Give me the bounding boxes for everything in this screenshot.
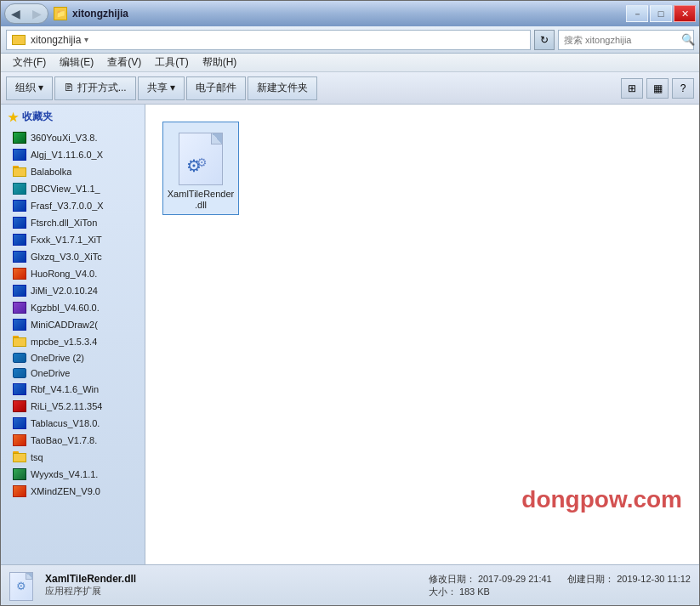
email-label: 电子邮件 xyxy=(196,81,236,95)
new-folder-label: 新建文件夹 xyxy=(257,81,308,95)
menu-help[interactable]: 帮助(H) xyxy=(196,54,244,71)
email-button[interactable]: 电子邮件 xyxy=(186,76,246,100)
nav-back-forward[interactable]: ◀ ▶ xyxy=(4,3,48,24)
share-button[interactable]: 共享 ▾ xyxy=(138,76,185,100)
sidebar-item-label: OneDrive xyxy=(31,368,70,378)
sidebar-item-label: Fxxk_V1.7.1_XiT xyxy=(31,235,102,245)
status-details: 修改日期： 2017-09-29 21:41 创建日期： 2019-12-30 … xyxy=(429,573,691,598)
open-mode-button[interactable]: 🖹 打开方式... xyxy=(54,76,135,100)
view-list-button[interactable]: ▦ xyxy=(646,78,669,99)
menu-bar: 文件(F) 编辑(E) 查看(V) 工具(T) 帮助(H) xyxy=(1,54,699,72)
sidebar-item-algj[interactable]: Algj_V1.11.6.0_X xyxy=(1,146,145,163)
folder-icon-title: 📁 xyxy=(54,7,67,20)
sidebar-item-wyyxds[interactable]: Wyyxds_V4.1.1. xyxy=(1,466,145,483)
sidebar-item-label: JiMi_V2.0.10.24 xyxy=(31,286,98,296)
icon-jimi xyxy=(13,285,26,297)
menu-tools[interactable]: 工具(T) xyxy=(148,54,195,71)
organize-button[interactable]: 组织 ▾ xyxy=(6,76,53,100)
sidebar-item-frasf[interactable]: Frasf_V3.7.0.0_X xyxy=(1,197,145,214)
view-icon-button[interactable]: ⊞ xyxy=(621,78,643,99)
sidebar-item-rili[interactable]: RiLi_V5.2.11.354 xyxy=(1,398,145,415)
breadcrumb-folder-icon xyxy=(12,35,26,45)
view-icon: ⊞ xyxy=(628,82,636,94)
sidebar-item-onedrive[interactable]: OneDrive xyxy=(1,365,145,381)
sidebar-item-glxzq[interactable]: Glxzq_V3.0_XiTc xyxy=(1,248,145,265)
sidebar-item-label: Tablacus_V18.0. xyxy=(31,418,100,428)
status-filename: XamlTileRender.dll xyxy=(45,573,420,585)
minimize-button[interactable]: － xyxy=(626,5,648,22)
share-label: 共享 ▾ xyxy=(147,81,175,95)
title-bar-left: ◀ ▶ 📁 xitongzhijia xyxy=(4,3,128,24)
status-bar: ⚙ XamlTileRender.dll 应用程序扩展 修改日期： 2017-0… xyxy=(1,564,699,605)
sidebar-item-label: Kgzbbl_V4.60.0. xyxy=(31,303,100,313)
folder-icon-tsq xyxy=(13,451,26,463)
menu-edit[interactable]: 编辑(E) xyxy=(53,54,100,71)
refresh-icon: ↻ xyxy=(540,34,549,46)
search-input[interactable] xyxy=(564,35,681,45)
sidebar-item-jimi[interactable]: JiMi_V2.0.10.24 xyxy=(1,282,145,299)
sidebar-item-xmindzen[interactable]: XMindZEN_V9.0 xyxy=(1,483,145,500)
sidebar-item-taobao[interactable]: TaoBao_V1.7.8. xyxy=(1,432,145,449)
sidebar-item-onedrive2[interactable]: OneDrive (2) xyxy=(1,350,145,365)
sidebar-item-label: RiLi_V5.2.11.354 xyxy=(31,401,102,411)
sidebar-item-rbf[interactable]: Rbf_V4.1.6_Win xyxy=(1,381,145,398)
sidebar-item-tsq[interactable]: tsq xyxy=(1,449,145,466)
sidebar-section-label: 收藏夹 xyxy=(22,110,53,124)
sidebar-item-fxxk[interactable]: Fxxk_V1.7.1_XiT xyxy=(1,231,145,248)
toolbar-right: ⊞ ▦ ? xyxy=(621,78,694,99)
sidebar-item-label: HuoRong_V4.0. xyxy=(31,269,97,279)
sidebar-item-label: Rbf_V4.1.6_Win xyxy=(31,384,99,394)
sidebar-item-label: mpcbe_v1.5.3.4 xyxy=(31,337,97,347)
status-file-icon: ⚙ xyxy=(9,572,37,599)
status-gear-icon: ⚙ xyxy=(16,580,26,592)
star-icon: ★ xyxy=(8,110,19,124)
icon-dbcview xyxy=(13,183,26,195)
menu-view[interactable]: 查看(V) xyxy=(100,54,148,71)
folder-icon-mpcbe xyxy=(13,336,26,348)
icon-onedrive2 xyxy=(13,353,26,363)
menu-file[interactable]: 文件(F) xyxy=(6,54,53,71)
icon-ftsrch xyxy=(13,217,26,229)
icon-rili xyxy=(13,400,26,412)
sidebar-item-label: Balabolka xyxy=(31,167,71,177)
icon-glxzq xyxy=(13,251,26,263)
sidebar-item-label: OneDrive (2) xyxy=(31,353,84,363)
modified-label: 修改日期： xyxy=(429,574,475,584)
sidebar-item-ftsrch[interactable]: Ftsrch.dll_XiTon xyxy=(1,214,145,231)
close-button[interactable]: ✕ xyxy=(674,5,696,22)
watermark: dongpow.com xyxy=(521,486,682,513)
sidebar-item-kgzbbl[interactable]: Kgzbbl_V4.60.0. xyxy=(1,299,145,316)
sidebar-item-label: TaoBao_V1.7.8. xyxy=(31,435,97,445)
sidebar-item-tablacus[interactable]: Tablacus_V18.0. xyxy=(1,415,145,432)
modified-date: 2017-09-29 21:41 xyxy=(478,574,552,584)
status-size: 大小： 183 KB xyxy=(429,586,691,598)
sidebar-item-balabolka[interactable]: Balabolka xyxy=(1,163,145,180)
icon-minicad xyxy=(13,319,26,331)
new-folder-button[interactable]: 新建文件夹 xyxy=(248,76,317,100)
maximize-button[interactable]: □ xyxy=(650,5,672,22)
size-value: 183 KB xyxy=(459,586,490,597)
breadcrumb-text: xitongzhijia xyxy=(31,34,81,46)
file-item-xamltiledll[interactable]: ⚙ ⚙ XamlTileRender.dll xyxy=(162,122,239,215)
breadcrumb[interactable]: xitongzhijia ▾ xyxy=(6,30,531,50)
refresh-button[interactable]: ↻ xyxy=(534,30,555,50)
icon-tablacus xyxy=(13,417,26,429)
sidebar-item-mpcbe[interactable]: mpcbe_v1.5.3.4 xyxy=(1,333,145,350)
search-bar: 🔍 xyxy=(558,30,694,50)
sidebar-item-huorong[interactable]: HuoRong_V4.0. xyxy=(1,265,145,282)
view-list-icon: ▦ xyxy=(653,82,663,94)
sidebar-item-minicad[interactable]: MiniCADDraw2( xyxy=(1,316,145,333)
sidebar-favorites-header: ★ 收藏夹 xyxy=(1,105,145,129)
search-icon: 🔍 xyxy=(681,33,695,46)
help-button[interactable]: ? xyxy=(672,78,694,99)
sidebar-item-label: MiniCADDraw2( xyxy=(31,320,98,330)
sidebar-item-label: tsq xyxy=(31,452,43,462)
dll-icon: ⚙ ⚙ xyxy=(175,126,226,185)
icon-onedrive xyxy=(13,368,26,378)
sidebar-item-dbcview[interactable]: DBCView_V1.1_ xyxy=(1,180,145,197)
toolbar: 组织 ▾ 🖹 打开方式... 共享 ▾ 电子邮件 新建文件夹 ⊞ ▦ ? xyxy=(1,72,699,105)
status-dll-page: ⚙ xyxy=(9,572,33,601)
sidebar-item-360youxi[interactable]: 360YouXi_V3.8. xyxy=(1,129,145,146)
icon-360youxi xyxy=(13,132,26,144)
sidebar-item-label: XMindZEN_V9.0 xyxy=(31,486,100,496)
